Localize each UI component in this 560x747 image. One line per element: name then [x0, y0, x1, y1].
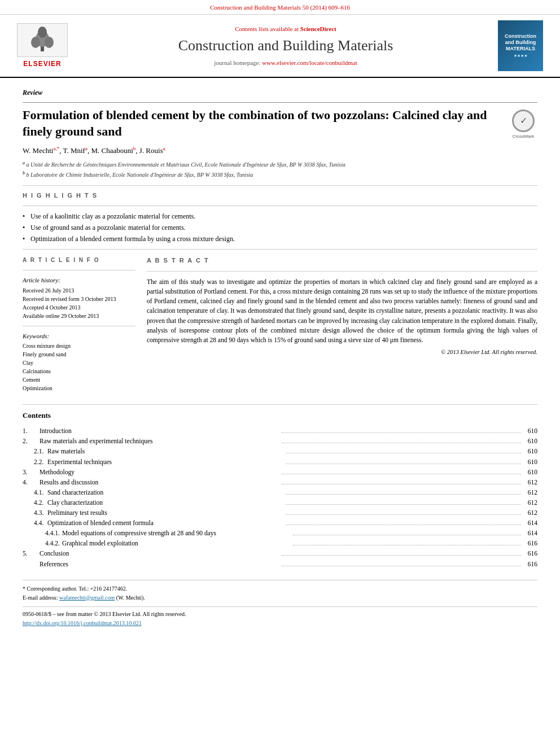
sciencedirect-link-text[interactable]: ScienceDirect	[300, 25, 336, 32]
contents-available: Contents lists available at ScienceDirec…	[73, 25, 498, 33]
email-note: E-mail address: wafamechti@gmail.com (W.…	[23, 594, 537, 602]
highlights-sub-rule	[23, 206, 537, 206]
toc-dots-21	[286, 453, 522, 453]
toc-page-4: 612	[523, 478, 537, 487]
crossmark-badge: ✓ CrossMark	[509, 107, 537, 139]
highlights-label: H I G H L I G H T S	[23, 191, 537, 200]
title-top-rule	[23, 102, 537, 103]
keywords-section: Keywords: Cross mixture design Finely gr…	[23, 332, 135, 392]
toc-dots-4	[282, 484, 522, 484]
toc-dots-42	[286, 504, 522, 505]
article-info-column: A R T I C L E I N F O Article history: R…	[23, 256, 135, 393]
toc-item-21: 2.1. Raw materials 610	[34, 447, 537, 456]
toc-dots-2	[282, 443, 522, 443]
svg-point-3	[45, 37, 54, 48]
highlights-top-rule	[23, 185, 537, 186]
toc-page-22: 610	[523, 457, 537, 466]
keyword-3: Clay	[23, 359, 135, 367]
keyword-1: Cross mixture design	[23, 342, 135, 350]
toc-list: 1. Introduction 610 2. Raw materials and…	[23, 426, 537, 568]
abstract-label: A B S T R A C T	[147, 256, 537, 265]
affiliations: a a Unité de Recherche de Géotechniques …	[23, 160, 537, 180]
toc-dots-3	[282, 474, 522, 474]
toc-dots-441	[293, 535, 522, 535]
homepage-url[interactable]: www.elsevier.com/locate/conbuildmat	[262, 59, 357, 66]
toc-num-4: 4.	[23, 478, 40, 487]
toc-label-43: Preliminary test results	[47, 508, 283, 517]
toc-num-43: 4.3.	[34, 508, 47, 517]
journal-homepage: journal homepage: www.elsevier.com/locat…	[73, 59, 498, 67]
doi-link: http://dx.doi.org/10.1016/j.conbuildmat.…	[23, 619, 537, 627]
toc-label-442: Graphical model exploitation	[62, 539, 291, 548]
keywords-label: Keywords:	[23, 332, 135, 340]
article-title: Formulation of blended cement by the com…	[23, 107, 509, 139]
highlight-item-2: Use of ground sand as a pozzolanic mater…	[23, 223, 537, 233]
toc-item-42: 4.2. Clay characterization 612	[34, 498, 537, 507]
keywords-rule	[23, 326, 135, 326]
toc-item-22: 2.2. Experimental techniques 610	[34, 457, 537, 466]
cover-image: Constructionand BuildingMATERIALS ■ ■ ■ …	[498, 20, 543, 71]
toc-num-3: 3.	[23, 468, 40, 477]
elsevier-logo: ELSEVIER	[11, 23, 73, 69]
toc-dots-43	[286, 514, 522, 515]
article-info-label: A R T I C L E I N F O	[23, 256, 135, 264]
elsevier-tree-logo	[17, 23, 68, 57]
toc-label-44: Optimization of blended cement formula	[47, 518, 283, 527]
journal-title: Construction and Building Materials	[73, 36, 498, 56]
highlight-item-1: Use of a kaolinitic clay as a pozzolanic…	[23, 212, 537, 221]
contents-title: Contents	[23, 410, 537, 421]
toc-label-1: Introduction	[40, 426, 279, 435]
citation-bar: Construction and Building Materials 50 (…	[0, 0, 560, 15]
keyword-4: Calcinations	[23, 368, 135, 375]
toc-page-ref: 616	[523, 560, 537, 569]
toc-dots-5	[282, 555, 522, 556]
history-label: Article history:	[23, 276, 135, 285]
toc-page-21: 610	[523, 447, 537, 456]
toc-page-41: 612	[523, 488, 537, 497]
toc-label-2: Raw materials and experimental technique…	[40, 436, 279, 445]
affil-a3: a	[163, 146, 165, 151]
abstract-copyright: © 2013 Elsevier Ltd. All rights reserved…	[147, 348, 537, 357]
keyword-5: Cement	[23, 376, 135, 384]
toc-dots-44	[286, 525, 522, 525]
cover-title-text: Constructionand BuildingMATERIALS	[505, 33, 536, 51]
abstract-text: The aim of this study was to investigate…	[147, 277, 537, 346]
toc-item-1: 1. Introduction 610	[23, 426, 537, 435]
crossmark-icon: ✓	[512, 110, 535, 132]
toc-item-441: 4.4.1. Model equations of compressive st…	[45, 528, 537, 538]
toc-dots-22	[286, 464, 522, 464]
keyword-2: Finely ground sand	[23, 351, 135, 359]
toc-num-41: 4.1.	[34, 488, 47, 497]
main-content: Review Formulation of blended cement by …	[0, 78, 560, 639]
footer-section: * Corresponding author. Tel.: +216 24177…	[23, 580, 537, 602]
accepted-date: Accepted 4 October 2013	[23, 304, 135, 312]
toc-item-3: 3. Methodology 610	[23, 468, 537, 477]
toc-page-441: 614	[523, 528, 537, 538]
toc-label-ref: References	[40, 560, 279, 569]
contents-section: Contents 1. Introduction 610 2. Raw mate…	[23, 404, 537, 569]
toc-item-43: 4.3. Preliminary test results 612	[34, 508, 537, 517]
email-link[interactable]: wafamechti@gmail.com	[59, 595, 115, 601]
author-chaabouni: M. Chaabouni	[91, 147, 133, 155]
toc-label-21: Raw materials	[47, 447, 283, 456]
journal-center-info: Contents lists available at ScienceDirec…	[73, 25, 498, 67]
highlight-item-3: Optimization of a blended cement formula…	[23, 234, 537, 244]
citation-text: Construction and Building Materials 50 (…	[210, 4, 350, 11]
toc-page-1: 610	[523, 426, 537, 435]
svg-point-2	[31, 37, 40, 48]
toc-label-41: Sand characterization	[47, 488, 283, 497]
author-rouis: J. Rouis	[139, 147, 163, 155]
doi-url[interactable]: http://dx.doi.org/10.1016/j.conbuildmat.…	[23, 620, 142, 626]
toc-num-442: 4.4.2.	[45, 539, 62, 548]
toc-num-441: 4.4.1.	[45, 528, 62, 538]
affil-a2: a	[85, 146, 88, 151]
affil-b: b	[133, 146, 136, 151]
toc-num-1: 1.	[23, 426, 40, 435]
affil-a-star: a,*	[53, 146, 59, 151]
abstract-section: A B S T R A C T The aim of this study wa…	[147, 256, 537, 393]
toc-page-3: 610	[523, 468, 537, 477]
available-online-date: Available online 29 October 2013	[23, 312, 135, 320]
journal-cover: Constructionand BuildingMATERIALS ■ ■ ■ …	[498, 20, 549, 71]
toc-dots-41	[286, 494, 522, 495]
author-mnif: T. Mnif	[63, 147, 85, 155]
